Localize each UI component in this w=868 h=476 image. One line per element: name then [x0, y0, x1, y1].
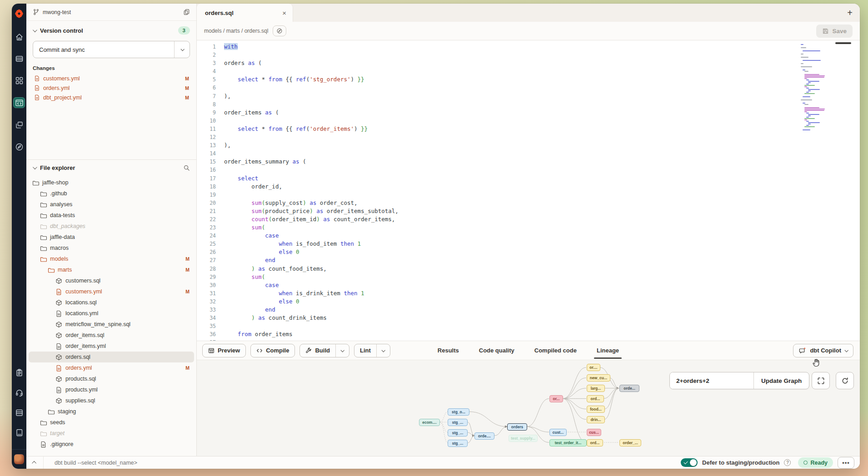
dbt-command-input[interactable]	[55, 460, 327, 466]
build-button[interactable]: Build	[299, 344, 349, 357]
update-graph-button[interactable]: Update Graph	[753, 372, 809, 389]
lineage-node-y3[interactable]: larg...	[587, 385, 605, 392]
code-line: 21 sum(product_price) as order_items_sub…	[197, 207, 860, 215]
file-explorer-header[interactable]: File explorer	[26, 160, 196, 175]
dbt-copilot-button[interactable]: dbt Copilot	[793, 344, 853, 357]
lineage-node-y1[interactable]: or....	[587, 364, 600, 371]
tree-item-locations-yml[interactable]: locations.yml	[29, 308, 194, 319]
changed-file-row[interactable]: dbt_project.ymlM	[26, 93, 196, 102]
lineage-node-orp[interactable]: or...	[549, 395, 563, 402]
commit-dropdown-toggle[interactable]	[174, 41, 190, 58]
code-line: 1with	[197, 43, 860, 51]
lineage-node-y2[interactable]: new_cu...	[587, 374, 610, 382]
lineage-panel[interactable]: ecom....stg_o...stg_...stg_...stg_...ord…	[197, 360, 860, 456]
minimap[interactable]	[801, 44, 836, 131]
tree-item-customers-sql[interactable]: customers.sql	[29, 275, 194, 286]
version-control-header[interactable]: Version control 3	[26, 21, 196, 38]
nav-rail-item-projects-drawer[interactable]	[14, 54, 24, 64]
open-lineage-button[interactable]	[273, 25, 286, 36]
lineage-node-orders[interactable]: orders	[507, 423, 527, 431]
tab-orders-sql[interactable]: orders.sql ×	[197, 4, 293, 22]
lineage-node-ecom[interactable]: ecom....	[419, 419, 440, 426]
tree-item-models[interactable]: modelsM	[29, 253, 194, 264]
lineage-selector-input[interactable]	[670, 372, 753, 389]
lineage-compass-icon	[276, 28, 283, 34]
tree-item-staging[interactable]: staging	[29, 406, 194, 417]
commit-and-sync-button[interactable]: Commit and sync	[33, 41, 190, 58]
refresh-button[interactable]	[836, 372, 854, 389]
expand-command-bar-button[interactable]	[26, 456, 44, 469]
lint-button[interactable]: Lint	[354, 344, 390, 357]
tree-item-analyses[interactable]: analyses	[29, 199, 194, 210]
tree-item-data-tests[interactable]: data-tests	[29, 210, 194, 221]
tree-item-macros[interactable]: macros	[29, 243, 194, 253]
tree-item-customers-yml[interactable]: customers.ymlM	[29, 286, 194, 297]
nav-rail-item-explore-compass[interactable]	[14, 142, 24, 152]
lineage-node-cust[interactable]: cust...	[549, 429, 567, 436]
lineage-node-ordy[interactable]: ord...	[587, 439, 603, 446]
changed-file-row[interactable]: orders.ymlM	[26, 83, 196, 93]
tree-item--gitignore[interactable]: .gitignore	[29, 439, 194, 450]
lineage-node-cusp[interactable]: cus...	[587, 429, 601, 436]
tree-item-locations-sql[interactable]: locations.sql	[29, 297, 194, 308]
nav-rail-item-apps-grid[interactable]	[14, 75, 24, 85]
build-dropdown-toggle[interactable]	[335, 344, 349, 357]
search-icon[interactable]	[183, 164, 190, 171]
lineage-node-stg1[interactable]: stg_o...	[448, 408, 469, 416]
changed-file-row[interactable]: customers.ymlM	[26, 74, 196, 83]
nav-rail-item-code-editor[interactable]	[13, 97, 25, 108]
lineage-node-ordy2[interactable]: order_...	[619, 439, 641, 446]
scrollbar-thumb[interactable]	[835, 42, 851, 44]
preview-button[interactable]: Preview	[202, 344, 246, 357]
lineage-node-stg4[interactable]: stg_...	[448, 440, 468, 447]
nav-rail-item-windows[interactable]	[14, 120, 24, 130]
tree-item-orders-yml[interactable]: orders.ymlM	[29, 362, 194, 373]
dbt-logo[interactable]	[12, 4, 26, 24]
tree-item-metricflow-time-spine-sql[interactable]: metricflow_time_spine.sql	[29, 319, 194, 330]
compile-button[interactable]: Compile	[250, 344, 295, 357]
tree-item-dbt-packages[interactable]: dbt_packages	[29, 221, 194, 232]
tree-item-products-sql[interactable]: products.sql	[29, 373, 194, 384]
tree-item-jaffle-shop[interactable]: jaffle-shop	[29, 177, 194, 188]
tree-item-supplies-sql[interactable]: supplies.sql	[29, 395, 194, 406]
lineage-node-orde1[interactable]: orde....	[474, 432, 494, 440]
tree-item-order-items-yml[interactable]: order_items.yml	[29, 341, 194, 352]
tree-item--github[interactable]: .github	[29, 188, 194, 199]
tree-item-orders-sql[interactable]: orders.sql	[29, 352, 194, 362]
info-icon[interactable]: ?	[784, 459, 791, 466]
tree-item-products-yml[interactable]: products.yml	[29, 384, 194, 395]
lint-dropdown-toggle[interactable]	[376, 344, 390, 357]
tree-item-order-items-sql[interactable]: order_items.sql	[29, 330, 194, 341]
tree-item-seeds[interactable]: seeds	[29, 417, 194, 428]
close-icon[interactable]: ×	[282, 10, 286, 16]
user-avatar[interactable]	[14, 454, 24, 464]
lineage-node-y4[interactable]: ord...	[587, 395, 604, 402]
nav-rail-item-clipboard[interactable]	[14, 367, 24, 377]
lineage-node-tord[interactable]: test_order_it...	[549, 439, 587, 446]
lineage-node-gord[interactable]: orde...	[619, 385, 639, 392]
lineage-node-y6[interactable]: drin...	[587, 416, 605, 423]
overflow-menu-button[interactable]: •••	[838, 457, 854, 469]
nav-rail-item-notebook[interactable]	[14, 427, 24, 437]
nav-rail-item-home[interactable]	[14, 32, 24, 42]
code-editor[interactable]: 1with23orders as (45 select * from {{ re…	[197, 40, 860, 341]
result-tab-lineage[interactable]: Lineage	[596, 342, 620, 359]
branch-name[interactable]: mwong-test	[43, 9, 71, 15]
lineage-node-tsup[interactable]: test_supply...	[509, 435, 538, 442]
fullscreen-button[interactable]	[812, 372, 830, 389]
nav-rail-item-headset[interactable]	[14, 387, 24, 397]
result-tab-compiled-code[interactable]: Compiled code	[534, 342, 578, 359]
tree-item-marts[interactable]: martsM	[29, 264, 194, 275]
new-tab-button[interactable]: +	[840, 4, 860, 22]
defer-toggle[interactable]	[681, 458, 698, 467]
lineage-node-stg3[interactable]: stg_...	[448, 429, 468, 436]
lineage-node-stg2[interactable]: stg_...	[448, 419, 468, 426]
tree-item-jaffle-data[interactable]: jaffle-data	[29, 232, 194, 243]
copy-icon[interactable]	[183, 9, 190, 15]
nav-rail-item-archive[interactable]	[14, 407, 24, 417]
tree-item-target[interactable]: target	[29, 428, 194, 439]
save-button[interactable]: Save	[816, 25, 853, 38]
lineage-node-y5[interactable]: food...	[587, 406, 605, 413]
result-tab-code-quality[interactable]: Code quality	[478, 342, 515, 359]
result-tab-results[interactable]: Results	[437, 342, 460, 359]
